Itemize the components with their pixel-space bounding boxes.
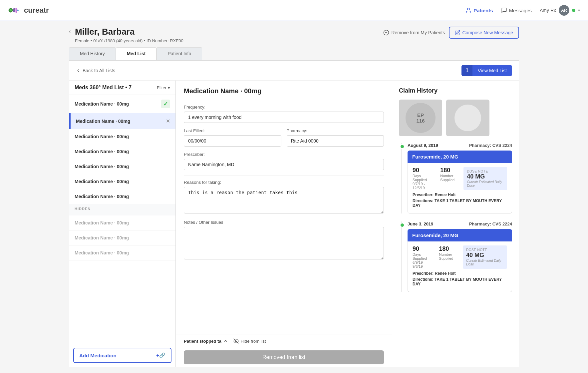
claim-history-panel: Claim History EP 116 [392,81,519,367]
last-filled-label: Last Filled: [184,128,281,133]
claim-pharmacy: Pharmacy: CVS 2224 [469,143,512,148]
compose-message-button[interactable]: Compose New Message [449,27,519,39]
pharmacy-label: Pharmacy: [287,128,384,133]
claim-history-title: Claim History [399,87,512,94]
med-list-item[interactable]: Medication Name · 00mg [69,174,175,189]
med-list-item[interactable]: Medication Name · 00mg ✓ [69,95,175,113]
dose-note: DOSE NOTE 40 MG Cureatr Estimated Daily … [463,167,507,190]
claim-prescriber-row: Prescriber: Renee Holt [413,192,507,197]
number-supplied-stat: 180 Number Supplied [440,167,463,190]
patients-nav[interactable]: Patients [465,7,493,13]
hidden-label: HIDDEN [75,207,170,211]
remove-label: Remove from My Patients [391,30,445,35]
med-list-item-hidden[interactable]: Medication Name · 00mg [69,230,175,245]
prescriber-input[interactable] [184,159,384,170]
main-container: ‹ Miller, Barbara Female • 01/01/1980 (4… [61,21,527,373]
list-title: Meds 360° Med List • 7 [75,85,132,91]
user-name: Amy Rx [540,8,556,13]
notes-textarea[interactable] [184,227,384,259]
med-check-icon: ✓ [161,100,170,108]
user-menu-chevron[interactable]: ▾ [578,8,580,13]
claim-date: August 9, 2019 [408,143,438,148]
med-name: Medication Name · 00mg [76,119,130,124]
notes-label: Notes / Other Issues [184,220,384,225]
pill-images: EP 116 [399,100,512,136]
frequency-label: Frequency: [184,105,384,110]
claim-date-line: June 3, 2019 Pharmacy: CVS 2224 [408,221,512,226]
hide-icon [233,338,239,344]
patient-stopped-toggle[interactable]: Patient stopped ta [184,339,228,344]
med-list-item[interactable]: Medication Name · 00mg [69,159,175,174]
med-list-item[interactable]: Medication Name · 00mg [69,129,175,144]
medication-list-panel: Meds 360° Med List • 7 Filter ▾ Medicati… [69,81,176,367]
filter-button[interactable]: Filter ▾ [157,85,170,90]
last-filled-input[interactable] [184,135,281,147]
patients-icon [465,7,471,13]
svg-point-1 [10,9,12,11]
tab-med-list[interactable]: Med List [116,47,157,60]
frequency-field-group: Frequency: [184,105,384,123]
logo-area: cureatr [8,5,49,16]
patient-details: Miller, Barbara Female • 01/01/1980 (40 … [75,27,183,43]
claim-directions-row: Directions: TAKE 1 TABLET BY MOUTH EVERY… [413,277,507,286]
patient-actions: Remove from My Patients Compose New Mess… [383,27,519,39]
back-to-lists-link[interactable]: Back to All Lists [76,68,115,73]
med-list-item[interactable]: Medication Name · 00mg [69,144,175,159]
tab-patient-info[interactable]: Patient Info [156,47,202,60]
tab-med-history[interactable]: Med History [69,47,116,60]
med-list-item[interactable]: Medication Name · 00mg ✕ [69,113,175,129]
status-indicator [572,9,575,12]
messages-nav[interactable]: Messages [501,7,532,13]
claim-entry: August 9, 2019 Pharmacy: CVS 2224 Furose… [402,143,512,213]
back-bar: Back to All Lists 1 View Med List [69,61,519,81]
remove-patient-button[interactable]: Remove from My Patients [383,30,445,36]
med-detail-title: Medication Name · 00mg [184,87,384,95]
med-name: Medication Name · 00mg [75,194,129,199]
pill-circle-labeled: EP 116 [406,103,436,133]
view-med-count: 1 [461,65,472,76]
med-list-item-hidden[interactable]: Medication Name · 00mg [69,215,175,230]
reasons-label: Reasons for taking: [184,180,384,185]
med-list-item-hidden[interactable]: Medication Name · 00mg [69,245,175,260]
removed-from-list-button: Removed from list [184,350,384,364]
med-name: Medication Name · 00mg [75,220,129,225]
view-med-label: View Med List [472,65,512,76]
claim-pharmacy: Pharmacy: CVS 2224 [469,221,512,226]
back-arrow-icon[interactable]: ‹ [69,28,71,35]
prescriber-field-group: Prescriber: [184,152,384,170]
compose-label: Compose New Message [462,30,513,35]
content-area: Back to All Lists 1 View Med List Meds 3… [69,61,519,367]
med-list-item[interactable]: Medication Name · 00mg [69,189,175,204]
view-med-list-button[interactable]: 1 View Med List [461,65,512,76]
messages-icon [501,7,507,13]
claim-timeline-dot [400,223,405,227]
logo-text: cureatr [24,6,49,15]
days-supplied-stat: 90 Days Supplied 9/7/19 - 12/5/19 [413,167,434,190]
back-chevron-icon [76,68,81,73]
remove-icon [383,30,389,36]
prescriber-label: Prescriber: [184,152,384,157]
pill-image-2 [446,100,489,136]
claim-stats: 90 Days Supplied 9/7/19 - 12/5/19 180 Nu… [413,167,463,190]
last-filled-field-group: Last Filled: [184,128,281,147]
claim-date-line: August 9, 2019 Pharmacy: CVS 2224 [408,143,512,148]
add-medication-button[interactable]: Add Medication +🔗 [73,348,171,363]
frequency-input[interactable] [184,112,384,123]
claim-drug-name: Furosemide, 20 MG [408,229,512,241]
pharmacy-field-group: Pharmacy: [287,128,384,147]
filter-label: Filter [157,85,166,90]
user-avatar: AR [559,5,569,16]
medication-detail-panel: Medication Name · 00mg Frequency: Last F… [176,81,392,367]
med-detail-header: Medication Name · 00mg [176,81,392,99]
medication-list: Medication Name · 00mg ✓ Medication Name… [69,95,175,344]
bottom-actions: Patient stopped ta Hide from list [176,334,392,348]
pharmacy-input[interactable] [287,135,384,147]
svg-point-5 [467,8,469,10]
med-remove-icon[interactable]: ✕ [166,118,170,124]
reasons-textarea[interactable]: This is a reason the patient takes this [184,187,384,213]
claim-date: June 3, 2019 [408,221,433,226]
hide-from-list-button[interactable]: Hide from list [233,338,266,344]
patients-label: Patients [473,8,493,13]
user-area: Amy Rx AR ▾ [540,5,580,16]
chevron-up-icon [223,339,228,343]
